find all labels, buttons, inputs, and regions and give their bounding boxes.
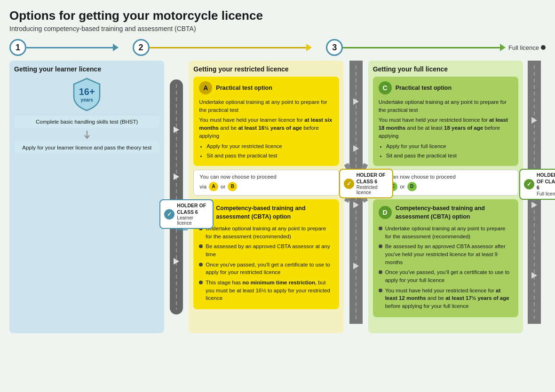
option-d-bullet4-text: You must have held your restricted licen… [385,287,513,310]
holder-learner-title: HOLDER OF CLASS 6 [177,203,209,215]
option-a-bullet-1: Apply for your restricted licence [206,142,333,150]
holder-learner-sub: Learner licence [177,215,209,226]
option-a-title: Practical test option [216,84,272,92]
arrow-2 [306,44,312,51]
road-svg-1 [164,79,189,314]
option-c-bullets: Apply for your full licence Sit and pass… [379,142,513,159]
holder-full-title: HOLDER OF CLASS 6 [537,172,555,191]
option-c-body2: You must have held your restricted licen… [379,116,513,140]
option-a-bullet-2: Sit and pass the practical test [206,152,333,160]
option-b-bullet-1: Undertake optional training at any point… [199,225,333,240]
option-c-letter: C [379,81,392,94]
option-bubble-a: A [209,182,218,191]
arrow-3 [500,44,506,51]
arrow-down-1 [14,131,159,140]
option-c-bullet-1: Apply for your full licence [386,142,513,150]
bullet-icon-2 [199,244,203,248]
option-a-bullets: Apply for your restricted licence Sit an… [199,142,333,159]
option-a-letter: A [199,81,212,94]
stage-bar: 1 2 3 Full licence [9,39,546,56]
option-d-card: D Competency-based training and assessme… [373,199,518,317]
learner-step-1: Complete basic handling skills test (BHS… [14,116,159,128]
option-b-title: Competency-based training and assessment… [216,204,333,221]
page-subtitle: Introducing competency-based training an… [9,25,546,32]
option-a-card: A Practical test option Undertake option… [193,77,339,166]
option-b-header: B Competency-based training and assessme… [199,204,333,221]
holder-learner-badge: ✓ HOLDER OF CLASS 6 Learner licence [159,199,214,229]
option-bubble-b: B [228,182,237,191]
road-connector-1: ✓ HOLDER OF CLASS 6 Learner licence [164,61,189,333]
bullet-icon-d2 [379,244,382,248]
stage-3-heading: Getting your full licence [373,65,518,73]
option-b-bullet4-text: This stage has no minimum time restricti… [206,279,333,302]
option-a-header: A Practical test option [199,81,333,94]
holder-full-badge: ✓ HOLDER OF CLASS 6 Full licence [519,169,555,200]
holder-restricted-sub: Restricted licence [357,185,388,195]
stage-line-2 [150,47,307,48]
bullet-icon-d4 [379,289,382,292]
choose-full-text: You can now choose to proceed [379,174,512,180]
stage-1-column: Getting your learner licence 16+ years C… [9,61,164,333]
option-d-bullet-2: Be assessed by an approved CBTA assessor… [379,243,513,266]
stage-2-heading: Getting your restricted licence [193,65,339,73]
choose-box-full: You can now choose to proceed via C or D [373,170,518,196]
option-c-card: C Practical test option Undertake option… [373,77,518,166]
arrow-1 [113,44,119,51]
option-c-bullet-2: Sit and pass the practical test [386,152,513,160]
check-icon-learner: ✓ [164,209,174,220]
stage-1-heading: Getting your learner licence [14,65,159,73]
bullet-icon-d1 [379,227,382,230]
bullet-icon-4 [199,281,203,284]
check-icon-restricted: ✓ [344,179,354,189]
stage-line-1 [26,47,113,48]
road-connector-2: ✓ HOLDER OF CLASS 6 Restricted licence [344,61,368,333]
bullet-icon-d3 [379,270,382,274]
holder-restricted-badge: ✓ HOLDER OF CLASS 6 Restricted licence [339,169,393,198]
stage-2-column: Getting your restricted licence A Practi… [189,61,343,333]
option-bubble-d: D [407,182,417,191]
learner-step-2: Apply for your learner licence and pass … [14,141,159,154]
shield-years: years [79,97,95,102]
option-a-body2: You must have held your learner licence … [199,116,333,140]
stage-circle-1: 1 [9,39,26,56]
option-d-bullet-4: You must have held your restricted licen… [379,287,513,310]
stage-circle-2: 2 [133,39,150,56]
holder-restricted-title: HOLDER OF CLASS 6 [357,172,388,185]
check-icon-full: ✓ [524,179,534,189]
choose-full-via: via C or D [379,182,512,191]
bullet-icon-3 [199,263,203,267]
option-c-body1: Undertake optional training at any point… [379,98,513,114]
option-d-header: D Competency-based training and assessme… [379,204,513,221]
choose-restricted-via: via A or B [199,182,333,191]
road-connector-3: ✓ HOLDER OF CLASS 6 Full licence [523,61,546,333]
option-b-bullet-2: Be assessed by an approved CBTA assessor… [199,243,333,258]
full-licence-label: Full licence [508,44,546,51]
option-d-letter: D [379,206,392,219]
holder-full-sub: Full licence [537,191,555,196]
full-dot [541,45,546,50]
main-container: Options for getting your motorcycle lice… [0,0,555,392]
age-shield: 16+ years [14,77,159,112]
option-c-header: C Practical test option [379,81,513,94]
option-b-bullet-4: This stage has no minimum time restricti… [199,279,333,302]
page-title: Options for getting your motorcycle lice… [9,8,546,23]
option-a-body1: Undertake optional training at any point… [199,98,333,114]
stage-circle-3: 3 [326,39,343,56]
option-c-title: Practical test option [396,84,452,92]
choose-restricted-text: You can now choose to proceed [199,174,333,180]
option-d-bullet-1: Undertake optional training at any point… [379,225,513,240]
choose-box-restricted: You can now choose to proceed via A or B [193,170,339,196]
option-d-title: Competency-based training and assessment… [396,204,513,221]
option-b-bullet-3: Once you've passed, you'll get a certifi… [199,261,333,276]
option-b-card: B Competency-based training and assessme… [193,199,339,309]
option-d-bullet-3: Once you've passed, you'll get a certifi… [379,268,513,284]
shield-age: 16+ [79,86,95,97]
